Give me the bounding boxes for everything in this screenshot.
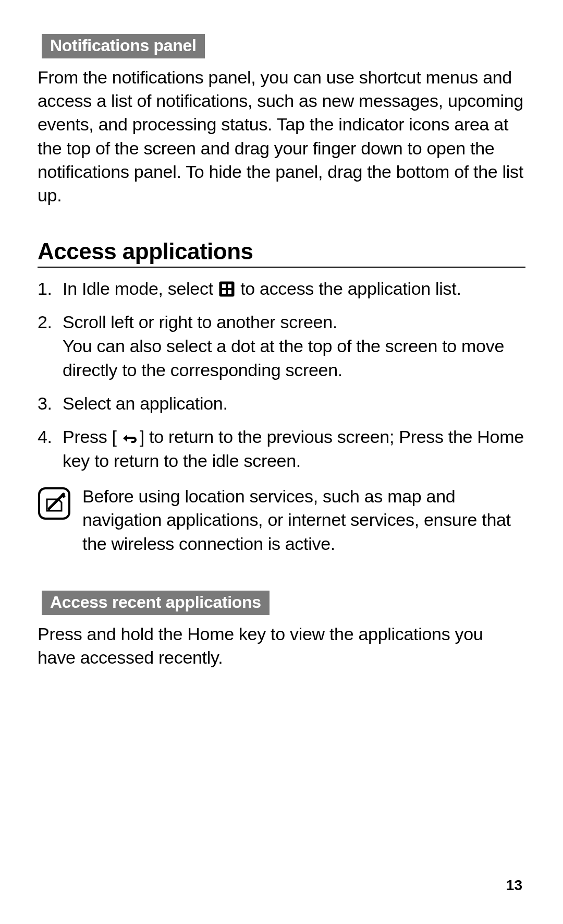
step-4: Press [ ] to return to the previous scre… xyxy=(38,425,525,473)
section-access-applications: Access applications xyxy=(38,238,525,268)
app-grid-icon xyxy=(219,281,235,297)
subheading-notifications-panel: Notifications panel xyxy=(42,34,205,58)
step-1-text-b: to access the application list. xyxy=(236,279,461,298)
step-3: Select an application. xyxy=(38,392,525,416)
step-2-text-a: Scroll left or right to another screen. xyxy=(63,312,337,332)
step-1-text-a: In Idle mode, select xyxy=(63,279,218,298)
step-1: In Idle mode, select to access the appli… xyxy=(38,277,525,301)
note-text: Before using location services, such as … xyxy=(82,485,525,557)
steps-list: In Idle mode, select to access the appli… xyxy=(38,277,525,473)
manual-page: Notifications panel From the notificatio… xyxy=(0,0,563,924)
svg-rect-0 xyxy=(219,282,234,297)
page-number: 13 xyxy=(506,877,522,894)
paragraph-recent-apps: Press and hold the Home key to view the … xyxy=(38,622,525,669)
back-key-icon xyxy=(118,431,139,445)
subheading-recent-apps: Access recent applications xyxy=(42,591,270,615)
note-block: Before using location services, such as … xyxy=(38,485,525,557)
note-icon xyxy=(38,487,71,522)
svg-rect-3 xyxy=(222,290,226,294)
step-2-text-b: You can also select a dot at the top of … xyxy=(63,336,504,380)
svg-rect-1 xyxy=(222,284,226,288)
paragraph-notifications: From the notifications panel, you can us… xyxy=(38,66,525,207)
step-4-text-a: Press [ xyxy=(63,427,117,447)
step-2: Scroll left or right to another screen. … xyxy=(38,310,525,382)
svg-rect-2 xyxy=(228,284,231,288)
svg-rect-4 xyxy=(228,290,231,294)
